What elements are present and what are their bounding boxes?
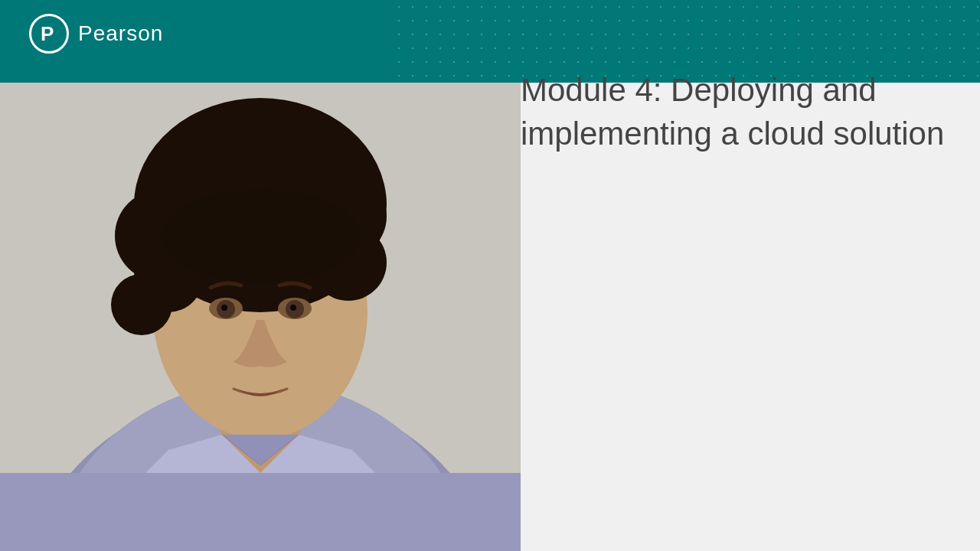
pearson-logo-circle: P xyxy=(29,14,69,54)
module-title-container: Module 4: Deploying and implementing a c… xyxy=(521,69,949,155)
svg-point-22 xyxy=(290,305,296,311)
video-frame: P Pearson xyxy=(0,0,980,551)
person-illustration xyxy=(0,83,521,551)
svg-rect-23 xyxy=(0,473,521,551)
svg-text:P: P xyxy=(41,22,54,45)
module-title-text: Module 4: Deploying and implementing a c… xyxy=(521,69,949,155)
logo-area: P Pearson xyxy=(29,14,163,54)
pearson-logo-text: Pearson xyxy=(78,21,163,46)
svg-point-16 xyxy=(161,190,360,282)
svg-point-15 xyxy=(111,274,172,335)
svg-point-21 xyxy=(221,305,227,311)
